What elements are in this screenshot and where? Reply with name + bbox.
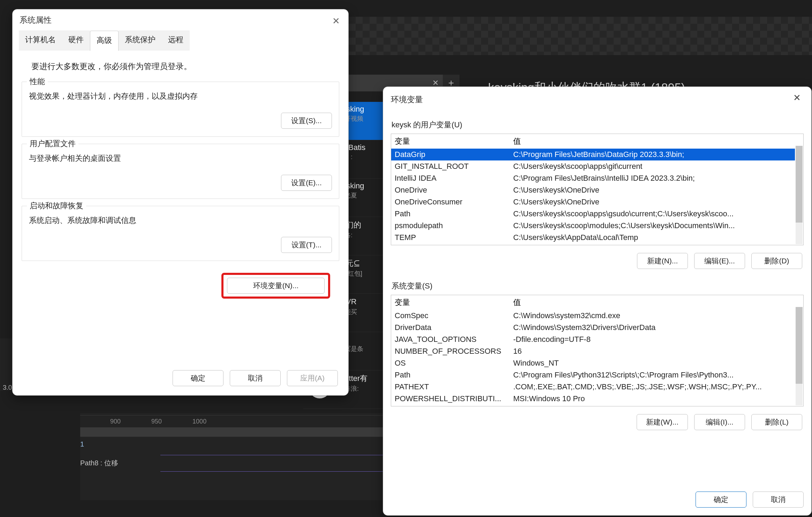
table-row[interactable]: NUMBER_OF_PROCESSORS16 (391, 345, 795, 357)
cell-variable: Path (391, 208, 510, 220)
dialog-title: 系统属性 (20, 15, 52, 25)
dialog-footer: 确定 取消 (391, 482, 804, 508)
group-desc: 视觉效果，处理器计划，内存使用，以及虚拟内存 (29, 88, 332, 113)
table-row[interactable]: PathC:\Users\keysk\scoop\apps\gsudo\curr… (391, 208, 795, 220)
table-row[interactable]: PATHEXT.COM;.EXE;.BAT;.CMD;.VBS;.VBE;.JS… (391, 381, 795, 393)
settings-startup-button[interactable]: 设置(T)... (281, 237, 332, 253)
cell-variable: OneDriveConsumer (391, 196, 510, 208)
sys-edit-button[interactable]: 编辑(I)... (694, 414, 745, 430)
cell-value: C:\Windows\system32\cmd.exe (510, 310, 795, 322)
timeline[interactable]: 9009501000 1 Path8 : 位移 (80, 413, 428, 500)
cell-value: .COM;.EXE;.BAT;.CMD;.VBS;.VBE;.JS;.JSE;.… (510, 381, 795, 393)
group-legend: 启动和故障恢复 (27, 201, 86, 211)
table-row[interactable]: TEMPC:\Users\keysk\AppData\Local\Temp (391, 232, 795, 243)
cell-value: C:\Program Files\Python312\Scripts\;C:\P… (510, 369, 795, 381)
tab-1[interactable]: 硬件 (62, 30, 90, 51)
user-vars-label: keysk 的用户变量(U) (392, 120, 804, 130)
tab-strip: 计算机名硬件高级系统保护远程 (13, 30, 348, 51)
group-desc: 系统启动、系统故障和调试信息 (29, 212, 332, 237)
ruler-mark: 900 (110, 418, 121, 425)
table-row[interactable]: JAVA_TOOL_OPTIONS-Dfile.encoding=UTF-8 (391, 334, 795, 345)
environment-variables-dialog: 环境变量 ✕ keysk 的用户变量(U) 变量 值 DataGripC:\Pr… (383, 87, 812, 516)
cell-variable: psmodulepath (391, 220, 510, 232)
group-startup-recovery: 启动和故障恢复 系统启动、系统故障和调试信息 设置(T)... (22, 206, 339, 261)
table-row[interactable]: PathC:\Program Files\Python312\Scripts\;… (391, 369, 795, 381)
user-edit-button[interactable]: 编辑(E)... (694, 253, 745, 269)
dialog-titlebar: 系统属性 ✕ (13, 9, 348, 30)
group-desc: 与登录帐户相关的桌面设置 (29, 150, 332, 175)
system-vars-label: 系统变量(S) (392, 281, 804, 291)
ae-value: 3.0 (3, 384, 12, 391)
ruler-mark: 950 (151, 418, 162, 425)
tab-2[interactable]: 高级 (90, 31, 119, 51)
system-vars-buttons: 新建(W)... 编辑(I)... 删除(L) (391, 406, 804, 430)
user-vars-table[interactable]: 变量 值 DataGripC:\Program Files\JetBrains\… (391, 134, 795, 243)
table-row[interactable]: ComSpecC:\Windows\system32\cmd.exe (391, 310, 795, 322)
group-performance: 性能 视觉效果，处理器计划，内存使用，以及虚拟内存 设置(S)... (22, 82, 339, 137)
timeline-row-1[interactable]: 1 (80, 440, 84, 448)
table-row[interactable]: OSWindows_NT (391, 357, 795, 369)
cell-value: C:\Users\keysk\OneDrive (510, 184, 795, 196)
user-new-button[interactable]: 新建(N)... (637, 253, 688, 269)
scrollbar-thumb[interactable] (796, 307, 803, 384)
environment-variables-button[interactable]: 环境变量(N)... (227, 278, 325, 294)
col-variable[interactable]: 变量 (391, 134, 510, 149)
system-vars-table[interactable]: 变量 值 ComSpecC:\Windows\system32\cmd.exeD… (391, 295, 795, 405)
table-row[interactable]: DriverDataC:\Windows\System32\Drivers\Dr… (391, 322, 795, 334)
cell-value: C:\Users\keysk\scoop\modules;C:\Users\ke… (510, 220, 795, 232)
timeline-row-2[interactable]: Path8 : 位移 (80, 458, 118, 468)
tab-3[interactable]: 系统保护 (119, 30, 162, 51)
system-properties-dialog: 系统属性 ✕ 计算机名硬件高级系统保护远程 要进行大多数更改，你必须作为管理员登… (12, 9, 349, 396)
tab-4[interactable]: 远程 (162, 30, 190, 51)
dialog-title: 环境变量 (391, 94, 423, 105)
settings-profile-button[interactable]: 设置(E)... (281, 175, 332, 191)
cell-variable: NUMBER_OF_PROCESSORS (391, 345, 510, 357)
ok-button[interactable]: 确定 (173, 370, 223, 386)
group-legend: 用户配置文件 (27, 138, 78, 149)
cell-variable: JAVA_TOOL_OPTIONS (391, 334, 510, 345)
cell-variable: GIT_INSTALL_ROOT (391, 160, 510, 172)
cell-variable: PATHEXT (391, 381, 510, 393)
cell-variable: Path (391, 369, 510, 381)
tab-0[interactable]: 计算机名 (19, 30, 62, 51)
ok-button[interactable]: 确定 (696, 492, 746, 508)
sys-new-button[interactable]: 新建(W)... (637, 414, 688, 430)
table-row[interactable]: IntelliJ IDEAC:\Program Files\JetBrains\… (391, 172, 795, 184)
table-row[interactable]: OneDriveC:\Users\keysk\OneDrive (391, 184, 795, 196)
cell-variable: IntelliJ IDEA (391, 172, 510, 184)
system-vars-table-wrap: 变量 值 ComSpecC:\Windows\system32\cmd.exeD… (391, 295, 804, 406)
cell-value: C:\Windows\System32\Drivers\DriverData (510, 322, 795, 334)
user-delete-button[interactable]: 删除(D) (751, 253, 802, 269)
settings-perf-button[interactable]: 设置(S)... (281, 113, 332, 129)
cancel-button[interactable]: 取消 (753, 492, 804, 508)
table-row[interactable]: DataGripC:\Program Files\JetBrains\DataG… (391, 149, 795, 160)
cell-variable: DataGrip (391, 149, 510, 160)
table-row[interactable]: GIT_INSTALL_ROOTC:\Users\keysk\scoop\app… (391, 160, 795, 172)
cell-value: 16 (510, 345, 795, 357)
sys-delete-button[interactable]: 删除(L) (751, 414, 802, 430)
col-variable[interactable]: 变量 (391, 295, 510, 310)
dialog-titlebar: 环境变量 ✕ (391, 91, 804, 108)
scrollbar-thumb[interactable] (796, 146, 803, 223)
checker-strip (349, 17, 812, 55)
cell-value: Windows_NT (510, 357, 795, 369)
cell-variable: ComSpec (391, 310, 510, 322)
col-value[interactable]: 值 (510, 134, 795, 149)
col-value[interactable]: 值 (510, 295, 795, 310)
apply-button[interactable]: 应用(A) (287, 370, 338, 386)
table-row[interactable]: OneDriveConsumerC:\Users\keysk\OneDrive (391, 196, 795, 208)
cell-variable: OS (391, 357, 510, 369)
table-row[interactable]: psmodulepathC:\Users\keysk\scoop\modules… (391, 220, 795, 232)
dialog-body: 要进行大多数更改，你必须作为管理员登录。 性能 视觉效果，处理器计划，内存使用，… (13, 51, 348, 365)
close-icon[interactable]: ✕ (790, 91, 804, 105)
table-row[interactable]: POWERSHELL_DISTRIBUTI...MSI:Windows 10 P… (391, 393, 795, 405)
cell-value: C:\Users\keysk\OneDrive (510, 196, 795, 208)
group-legend: 性能 (27, 76, 48, 87)
group-user-profiles: 用户配置文件 与登录帐户相关的桌面设置 设置(E)... (22, 144, 339, 199)
timeline-track[interactable] (80, 428, 428, 437)
user-vars-table-wrap: 变量 值 DataGripC:\Program Files\JetBrains\… (391, 134, 804, 245)
timeline-ruler[interactable]: 9009501000 (80, 415, 428, 428)
cancel-button[interactable]: 取消 (230, 370, 281, 386)
close-icon[interactable]: ✕ (328, 14, 344, 29)
highlight-box: 环境变量(N)... (221, 273, 330, 299)
